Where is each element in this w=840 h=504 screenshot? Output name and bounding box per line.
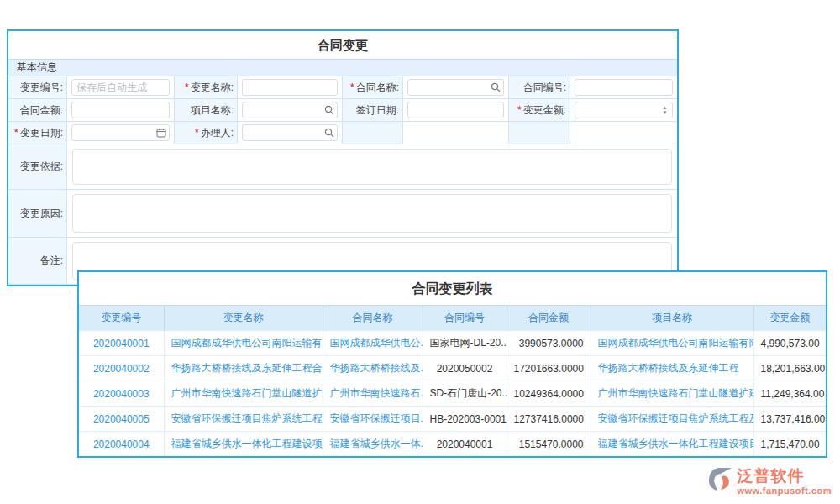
empty-label-cell [343, 122, 403, 144]
contract-name-link[interactable]: 广州市华南快速路石... [323, 381, 423, 407]
contract-name-link[interactable]: 国网成都成华供电公... [323, 331, 423, 356]
contract-amount-cell: 10249364.0000 [507, 381, 591, 407]
project-name-link[interactable]: 华扬路大桥桥接线及东延伸工程 [591, 356, 753, 381]
logo-name: 泛普软件 [737, 467, 832, 486]
project-name-link[interactable]: 福建省城乡供水一体化工程建设项目 [591, 432, 753, 457]
change-amount-cell: 11,249,364.00 [753, 381, 826, 407]
table-row: 2020040003 广州市华南快速路石门堂山隧道扩建... 广州市华南快速路石… [79, 381, 826, 407]
calendar-icon[interactable] [155, 127, 166, 138]
contract-amount-cell: 17201663.0000 [507, 356, 591, 381]
col-header-change-number: 变更编号 [79, 306, 164, 331]
project-name-label: 项目名称: [175, 99, 238, 122]
search-icon[interactable] [323, 127, 334, 138]
change-amount-cell: 4,990,573.00 [753, 331, 826, 356]
contract-amount-cell: 3990573.0000 [507, 331, 591, 356]
table-row: 2020040002 华扬路大桥桥接线及东延伸工程合同 华扬路大桥桥接线及...… [79, 356, 826, 381]
contract-number-input[interactable] [575, 79, 673, 96]
required-star: * [350, 81, 354, 93]
col-header-contract-name: 合同名称 [323, 306, 423, 331]
change-name-link[interactable]: 广州市华南快速路石门堂山隧道扩建... [164, 381, 323, 407]
col-header-change-name: 变更名称 [164, 306, 323, 331]
col-header-contract-number: 合同编号 [423, 306, 507, 331]
project-name-link[interactable]: 国网成都成华供电公司南阳运输有限公... [591, 331, 753, 356]
sign-date-label: 签订日期: [343, 99, 403, 122]
table-row: 2020040005 安徽省环保搬迁项目焦炉系统工程及... 安徽省环保搬迁项目… [79, 407, 826, 432]
contract-name-label: * 合同名称: [343, 76, 403, 99]
contract-number-label: 合同编号: [509, 76, 570, 99]
contract-amount-cell: 1515470.0000 [507, 432, 591, 457]
required-star: * [185, 81, 189, 93]
list-title: 合同变更列表 [79, 272, 826, 305]
change-number-link[interactable]: 2020040004 [79, 432, 164, 457]
change-name-input[interactable] [242, 79, 338, 96]
change-reason-label: 变更原因: [8, 190, 67, 238]
change-name-label: * 变更名称: [175, 76, 238, 99]
contract-amount-label: 合同金额: [8, 99, 67, 122]
change-number-link[interactable]: 2020040002 [79, 356, 164, 381]
col-header-project-name: 项目名称 [591, 306, 753, 331]
col-header-contract-amount: 合同金额 [507, 306, 591, 331]
contract-number-cell: SD-石门唐山-20... [423, 381, 507, 407]
change-name-link[interactable]: 华扬路大桥桥接线及东延伸工程合同 [164, 356, 323, 381]
change-number-input[interactable] [71, 79, 170, 96]
change-name-link[interactable]: 安徽省环保搬迁项目焦炉系统工程及... [164, 407, 323, 432]
empty-field-cell [403, 122, 509, 144]
change-amount-cell: 1,715,470.00 [753, 432, 826, 457]
col-header-change-amount: 变更金额 [753, 306, 826, 331]
table-row: 2020040001 国网成都成华供电公司南阳运输有限... 国网成都成华供电公… [79, 331, 826, 356]
project-name-link[interactable]: 安徽省环保搬迁项目焦炉系统工程及公... [591, 407, 753, 432]
section-basic-info: 基本信息 [8, 59, 677, 76]
form-title: 合同变更 [8, 31, 677, 59]
change-number-link[interactable]: 2020040001 [79, 331, 164, 356]
required-star: * [195, 127, 199, 139]
change-basis-textarea[interactable] [72, 149, 672, 185]
logo-url: www.fanpusoft.com [737, 486, 832, 496]
form-grid: 变更编号: * 变更名称: * 合同名称: 合同编号: [8, 76, 677, 144]
contract-change-form-panel: 合同变更 基本信息 变更编号: * 变更名称: * 合同名称: [7, 29, 679, 286]
change-reason-textarea[interactable] [72, 194, 672, 233]
search-icon[interactable] [490, 81, 501, 92]
change-basis-label: 变更依据: [8, 144, 67, 190]
contract-change-table: 变更编号 变更名称 合同名称 合同编号 合同金额 项目名称 变更金额 20200… [79, 305, 826, 457]
search-icon[interactable] [323, 104, 334, 115]
contract-number-cell: 2020050002 [423, 356, 507, 381]
contract-amount-cell: 12737416.0000 [507, 407, 591, 432]
remark-label: 备注: [8, 238, 67, 285]
table-header-row: 变更编号 变更名称 合同名称 合同编号 合同金额 项目名称 变更金额 [79, 306, 826, 331]
contract-name-link[interactable]: 华扬路大桥桥接线及... [323, 356, 423, 381]
contract-number-cell: 2020040001 [423, 432, 507, 457]
contract-number-cell: 国家电网-DL-20... [423, 331, 507, 356]
required-star: * [517, 104, 522, 116]
number-stepper[interactable]: ▲▼ [660, 103, 669, 117]
sign-date-input[interactable] [407, 102, 504, 118]
required-star: * [14, 127, 18, 139]
change-number-link[interactable]: 2020040005 [79, 407, 164, 432]
fanpu-logo-icon [708, 467, 735, 496]
contract-change-list-panel: 合同变更列表 变更编号 变更名称 合同名称 合同编号 合同金额 项目名称 变更金… [77, 270, 827, 458]
contract-number-cell: HB-202003-0001 [423, 407, 507, 432]
empty-label-cell [509, 122, 570, 144]
fanpu-logo: 泛普软件 www.fanpusoft.com [708, 467, 832, 496]
project-name-link[interactable]: 广州市华南快速路石门堂山隧道扩建工... [591, 381, 753, 407]
change-date-label: * 变更日期: [8, 122, 67, 144]
handler-label: * 办理人: [175, 122, 238, 144]
change-number-link[interactable]: 2020040003 [79, 381, 164, 407]
empty-field-cell [570, 122, 677, 144]
table-row: 2020040004 福建省城乡供水一体化工程建设项目... 福建省城乡供水一体… [79, 432, 826, 457]
change-amount-cell: 13,737,416.00 [753, 407, 826, 432]
change-amount-label: * 变更金额: [509, 99, 570, 122]
change-name-link[interactable]: 国网成都成华供电公司南阳运输有限... [164, 331, 323, 356]
contract-amount-input[interactable] [71, 102, 170, 118]
change-amount-cell: 18,201,663.00 [753, 356, 826, 381]
stepper-down-icon[interactable]: ▼ [663, 110, 668, 115]
change-amount-input[interactable] [575, 102, 673, 118]
change-number-label: 变更编号: [8, 76, 67, 99]
contract-name-link[interactable]: 福建省城乡供水一体... [323, 432, 423, 457]
contract-name-link[interactable]: 安徽省环保搬迁项目... [323, 407, 423, 432]
change-name-link[interactable]: 福建省城乡供水一体化工程建设项目... [164, 432, 323, 457]
